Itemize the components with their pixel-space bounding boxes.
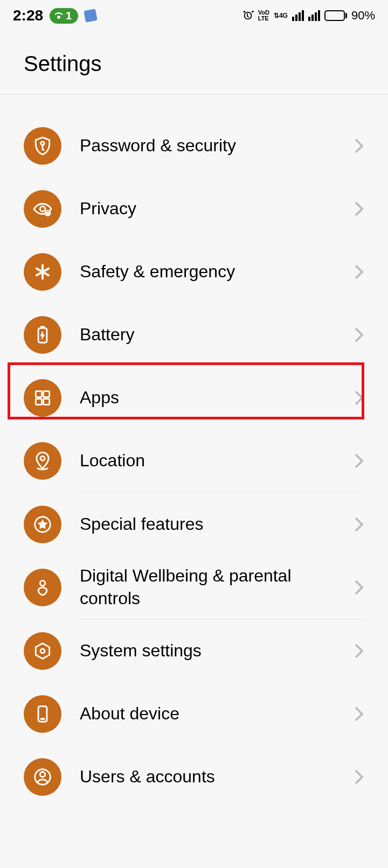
chevron-right-icon	[354, 453, 364, 469]
settings-item-apps[interactable]: Apps	[0, 366, 388, 429]
network-4g-icon: ⇅4G	[274, 12, 288, 19]
battery-percentage: 90%	[351, 9, 375, 23]
item-label: Special features	[80, 513, 354, 536]
item-label: Users & accounts	[80, 766, 354, 788]
settings-item-about-device[interactable]: About device	[0, 682, 388, 745]
battery-icon	[324, 10, 347, 21]
notification-badge: 1	[50, 8, 78, 24]
eye-lock-icon	[24, 190, 61, 228]
svg-rect-6	[36, 391, 41, 397]
battery-charge-icon	[24, 316, 61, 354]
chevron-right-icon	[354, 516, 364, 533]
svg-point-1	[40, 206, 45, 212]
badge-count: 1	[66, 10, 72, 22]
svg-point-12	[40, 580, 45, 586]
item-label: Safety & emergency	[80, 261, 354, 283]
settings-item-password-security[interactable]: Password & security	[0, 114, 388, 177]
svg-rect-9	[44, 398, 50, 404]
volte-icon: VoDLTE	[258, 10, 269, 22]
item-label: System settings	[80, 640, 354, 662]
svg-rect-15	[41, 718, 44, 719]
settings-item-digital-wellbeing[interactable]: Digital Wellbeing & parental controls	[0, 556, 388, 619]
signal-bars-2-icon	[308, 10, 320, 21]
alarm-icon	[242, 10, 254, 22]
page-title: Settings	[24, 52, 364, 76]
item-label: Location	[80, 450, 354, 472]
apps-grid-icon	[24, 379, 61, 417]
settings-item-safety-emergency[interactable]: Safety & emergency	[0, 240, 388, 303]
svg-point-0	[41, 142, 44, 145]
chevron-right-icon	[354, 390, 364, 406]
status-bar: 2:28 1 VoDLTE ⇅4G 90%	[0, 0, 388, 31]
location-pin-icon	[24, 442, 61, 480]
chevron-right-icon	[354, 706, 364, 722]
settings-item-system[interactable]: System settings	[0, 619, 388, 682]
svg-rect-7	[44, 391, 50, 397]
wifi-person-icon	[54, 11, 64, 20]
svg-point-13	[40, 649, 45, 653]
settings-list: Password & security Privacy Safety & eme…	[0, 95, 388, 808]
settings-item-location[interactable]: Location	[0, 429, 388, 492]
svg-rect-8	[36, 398, 41, 404]
page-header: Settings	[0, 31, 388, 95]
hexagon-dot-icon	[24, 632, 61, 670]
item-label: Apps	[80, 387, 354, 409]
svg-point-10	[40, 456, 45, 460]
status-right: VoDLTE ⇅4G 90%	[242, 9, 375, 23]
settings-item-users-accounts[interactable]: Users & accounts	[0, 745, 388, 808]
chevron-right-icon	[354, 327, 364, 343]
item-label: About device	[80, 703, 354, 725]
chevron-right-icon	[354, 769, 364, 785]
signal-bars-1-icon	[292, 10, 304, 21]
svg-point-17	[40, 772, 45, 777]
item-label: Battery	[80, 324, 354, 346]
svg-rect-5	[41, 326, 44, 328]
settings-item-special-features[interactable]: Special features	[0, 493, 388, 556]
settings-item-battery[interactable]: Battery	[0, 303, 388, 366]
chevron-right-icon	[354, 138, 364, 154]
status-left: 2:28 1	[13, 7, 96, 24]
app-indicator-icon	[84, 9, 97, 22]
item-label: Privacy	[80, 198, 354, 220]
svg-rect-3	[46, 212, 49, 214]
settings-item-privacy[interactable]: Privacy	[0, 177, 388, 240]
chevron-right-icon	[354, 643, 364, 659]
item-label: Digital Wellbeing & parental controls	[80, 565, 354, 610]
asterisk-icon	[24, 253, 61, 291]
star-circle-icon	[24, 506, 61, 543]
chevron-right-icon	[354, 201, 364, 217]
phone-device-icon	[24, 695, 61, 733]
item-label: Password & security	[80, 135, 354, 157]
shield-key-icon	[24, 127, 61, 165]
chevron-right-icon	[354, 264, 364, 280]
chevron-right-icon	[354, 579, 364, 596]
person-circle-icon	[24, 758, 61, 796]
status-time: 2:28	[13, 7, 43, 24]
heart-person-icon	[24, 569, 61, 606]
